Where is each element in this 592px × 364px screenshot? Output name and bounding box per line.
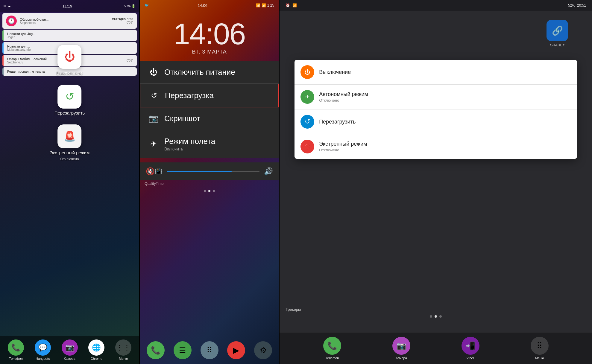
dock3-phone-icon: 📞	[323, 337, 341, 355]
panel-3: ⏰ 📶 52% 20:51 🔗 SHAREit ⏻ Выключение ✈	[280, 0, 592, 364]
panel-2: 🐦 14:06 📶 📶 1 25 14:06 ВТ, 3 МАРТА ⏻ Отк…	[140, 0, 279, 364]
dock3-camera-icon: 📷	[392, 337, 410, 355]
dock3-phone-label: Телефон	[325, 356, 339, 360]
volume-up-icon[interactable]: 🔊	[264, 167, 273, 176]
power-btn-emergency[interactable]: 🚨 Экстренный режим Отключено	[50, 124, 90, 161]
pm3-airplane-icon: ✈	[300, 90, 314, 104]
notif-meta-bottom-1: 0'09"	[112, 21, 133, 24]
notif-icon-1: 🕐	[6, 16, 17, 26]
dock3-viber-label: Viber	[467, 356, 474, 360]
dot-2-active	[208, 190, 210, 192]
screenshot-icon: 📷	[149, 114, 158, 123]
time-p3: 20:51	[577, 3, 586, 7]
airplane-icon: ✈	[149, 139, 158, 149]
notif-meta-4: 0'09"	[127, 59, 133, 62]
statusbar-panel2: 🐦 14:06 📶 📶 1 25	[140, 0, 279, 11]
dock-chrome[interactable]: 🌐 Chrome	[88, 339, 104, 360]
statusbar-panel1: ✉ ☁ 11:19 50% 🔋	[0, 0, 139, 12]
dock-menu[interactable]: ⋮⋮ Меню	[115, 339, 131, 360]
emergency-icon: 🚨	[64, 131, 76, 142]
battery-percent: 50% 🔋	[124, 4, 136, 8]
statusbar-left-icons: ✉ ☁	[4, 4, 11, 8]
clock-display: 14:06 ВТ, 3 МАРТА	[140, 11, 279, 57]
airplane-item[interactable]: ✈ Режим полета Включить	[140, 130, 279, 158]
dock-hangouts[interactable]: 💬 Hangouts	[35, 339, 51, 360]
pm3-power-off[interactable]: ⏻ Выключение	[295, 60, 577, 85]
notif-card-2[interactable]: Новости для Jog... Joger	[2, 30, 137, 41]
dock2-apps[interactable]: ⠿	[201, 341, 218, 359]
restart-label: Перезагрузить	[54, 110, 85, 115]
power-off-icon-p2: ⏻	[149, 68, 158, 77]
shareit-app[interactable]: 🔗 SHAREit	[547, 20, 568, 47]
power-menu-panel1: ⏻ Выключение ↺ Перезагрузить 🚨 Экстренны…	[50, 45, 90, 161]
screenshot-item[interactable]: 📷 Скриншот	[140, 107, 279, 130]
dock3-camera[interactable]: 📷 Камера	[392, 337, 410, 360]
pm3-poweroff-label: Выключение	[319, 69, 571, 75]
dock-hangouts-label: Hangouts	[36, 357, 50, 360]
dock2-phone[interactable]: 📞	[147, 341, 165, 359]
top-icons-panel3: 🔗 SHAREit	[280, 11, 592, 47]
pm3-airplane[interactable]: ✈ Автономный режим Отключено	[295, 85, 577, 109]
airplane-label: Режим полета	[164, 137, 215, 146]
p3-dot-3	[439, 315, 442, 318]
dock2-settings[interactable]: ⚙	[254, 341, 272, 359]
page-dots-p3	[430, 315, 442, 318]
trackers-label: Трекеры	[286, 307, 301, 312]
signal-icon: 📶	[256, 3, 260, 7]
screenshot-label: Скриншот	[164, 114, 200, 123]
power-btn-off[interactable]: ⏻ Выключение	[56, 45, 83, 76]
hangouts-icon: 💬	[35, 339, 51, 356]
pm3-airplane-sub: Отключено	[319, 98, 571, 103]
signal-icon-p3: 📶	[292, 3, 297, 7]
pm3-restart-icon: ↺	[300, 115, 314, 129]
email-icon: ✉	[4, 4, 6, 8]
dock-panel3: 📞 Телефон 📷 Камера 📲 Viber ⠿ Меню	[280, 333, 592, 364]
p2-status-right: 📶 📶 1 25	[256, 3, 274, 7]
dock-menu-label: Меню	[119, 357, 128, 360]
p3-status-left: ⏰ 📶	[286, 3, 297, 7]
status-right-panel1: 50% 🔋	[124, 4, 136, 8]
dock3-menu[interactable]: ⠿ Меню	[531, 337, 549, 360]
dock3-menu-label: Меню	[535, 356, 544, 360]
notif-subtitle-2: Joger	[7, 36, 133, 39]
dock-camera[interactable]: 📷 Камера	[62, 339, 78, 360]
p2-status-left: 🐦	[145, 3, 149, 7]
battery-p3: 52%	[568, 3, 575, 7]
notif-subtitle-1: Setphone.ru	[20, 21, 109, 25]
volume-row: 🔇 📳 🔊	[140, 162, 279, 180]
pm3-emergency[interactable]: 🚫 Экстренный режим Отключено	[295, 134, 577, 159]
emergency-circle: 🚨	[58, 124, 82, 148]
emergency-label: Экстренный режим	[50, 150, 90, 155]
restart-label-p2: Перезагрузка	[165, 91, 214, 100]
dock2-menu[interactable]: ☰	[174, 341, 192, 359]
restart-item-p2[interactable]: ↺ Перезагрузка	[140, 84, 279, 107]
volume-bar[interactable]	[167, 171, 259, 172]
pm3-emergency-sub: Отключено	[319, 148, 571, 152]
power-btn-restart[interactable]: ↺ Перезагрузить	[54, 85, 85, 115]
pm3-emergency-label: Экстренный режим	[319, 141, 571, 147]
twitter-icon: 🐦	[145, 3, 149, 7]
dock-phone[interactable]: 📞 Телефон	[8, 339, 24, 360]
dock-camera-label: Камера	[64, 357, 75, 360]
notif-card-1[interactable]: 🕐 Обзоры мобильн... Setphone.ru СЕГОДНЯ …	[2, 13, 137, 29]
panel-1: ✉ ☁ 11:19 50% 🔋 🕐 Обзоры мобильн... Setp…	[0, 0, 139, 364]
phone-icon: 📞	[8, 339, 24, 356]
emergency-sublabel: Отключено	[60, 157, 79, 161]
dock3-phone[interactable]: 📞 Телефон	[323, 337, 341, 360]
dock-chrome-label: Chrome	[91, 357, 102, 360]
power-off-label-p2: Отключить питание	[164, 68, 235, 77]
mute-icon[interactable]: 🔇	[146, 167, 155, 176]
p3-dot-2	[435, 315, 437, 318]
pm3-restart[interactable]: ↺ Перезагрузить	[295, 109, 577, 134]
shareit-label: SHAREit	[550, 43, 564, 47]
pm3-poweroff-icon: ⏻	[300, 65, 314, 79]
dock2-play[interactable]: ▶	[227, 341, 245, 359]
dock3-viber-icon: 📲	[462, 337, 479, 355]
clock-date: ВТ, 3 МАРТА	[140, 49, 279, 55]
dock3-viber[interactable]: 📲 Viber	[462, 337, 479, 360]
vibrate-icon[interactable]: 📳	[155, 168, 162, 175]
notif-title-1: Обзоры мобильн...	[20, 18, 109, 21]
p3-status-right: 52% 20:51	[568, 3, 586, 7]
power-off-circle: ⏻	[58, 45, 82, 69]
power-off-item[interactable]: ⏻ Отключить питание	[140, 61, 279, 84]
